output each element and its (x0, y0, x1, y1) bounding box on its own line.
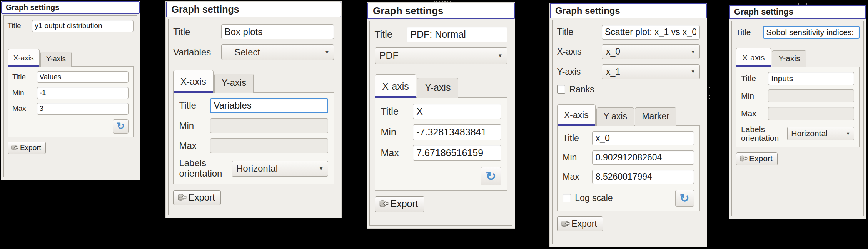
graph-title-input[interactable] (602, 25, 700, 39)
refresh-axis-button[interactable]: ↻ (113, 119, 129, 134)
log-scale-checkbox[interactable] (563, 194, 571, 202)
panel-header: Graph settings (367, 3, 515, 19)
chevron-down-icon: ▼ (691, 49, 695, 55)
axis-min-label: Min (563, 152, 592, 163)
tab-y-axis[interactable]: Y-axis (417, 78, 458, 98)
xaxis-variable-label: X-axis (557, 47, 602, 57)
graph-title-input[interactable] (407, 27, 507, 42)
refresh-axis-button[interactable]: ↻ (675, 190, 694, 207)
labels-orientation-dropdown[interactable]: Horizontal ▼ (787, 127, 854, 140)
export-button[interactable]: Export (736, 152, 778, 165)
axis-tabs: X-axis Y-axis (736, 48, 860, 67)
axis-min-row: Min (741, 89, 854, 102)
refresh-icon: ↻ (486, 170, 496, 183)
axis-max-row: Max (12, 103, 129, 115)
export-button[interactable]: Export (8, 142, 46, 154)
axis-max-input-disabled (768, 107, 854, 120)
pane-resize-handle[interactable] (792, 3, 808, 5)
graph-title-label: Title (736, 28, 763, 37)
axis-min-label: Min (12, 89, 37, 97)
graph-settings-panel-sobol: Graph settings Title X-axis Y-axis Title… (729, 5, 866, 219)
variables-dropdown[interactable]: -- Select -- ▼ (221, 44, 334, 60)
graph-settings-panel-histogram: Graph settings Title X-axis Y-axis Title… (1, 1, 140, 180)
graph-title-input[interactable] (32, 20, 133, 32)
axis-min-input[interactable] (37, 87, 129, 99)
xaxis-variable-value: x_0 (606, 47, 691, 57)
tab-y-axis[interactable]: Y-axis (40, 52, 72, 67)
labels-orientation-dropdown[interactable]: Horizontal ▼ (232, 161, 328, 177)
tab-x-axis[interactable]: X-axis (557, 104, 596, 126)
graph-settings-panel-pdf: Graph settings Title PDF ▼ X-axis Y-axis… (367, 2, 515, 229)
axis-title-input[interactable] (592, 131, 694, 145)
axis-title-input[interactable] (413, 104, 501, 119)
axis-title-label: Title (381, 106, 413, 117)
panel-header: Graph settings (1, 1, 140, 14)
tab-x-axis[interactable]: X-axis (8, 49, 40, 67)
axis-title-input[interactable] (768, 72, 854, 85)
tab-x-axis[interactable]: X-axis (375, 74, 417, 98)
pane-resize-handle[interactable] (433, 0, 451, 2)
axis-min-input-disabled (210, 118, 328, 133)
ranks-checkbox[interactable] (557, 85, 566, 94)
refresh-row: ↻ (381, 167, 501, 185)
axis-max-label: Max (381, 147, 413, 159)
tab-marker[interactable]: Marker (635, 107, 676, 126)
export-button[interactable]: Export (173, 190, 221, 206)
axis-title-row: Title (179, 98, 328, 113)
axis-min-row: Min (12, 87, 129, 99)
graph-settings-panel-boxplots: Graph settings Title Variables -- Select… (165, 1, 342, 218)
axis-max-label: Max (741, 109, 768, 118)
tab-x-axis[interactable]: X-axis (173, 70, 214, 92)
axis-title-label: Title (179, 100, 210, 111)
axis-min-row: Min (381, 124, 501, 140)
panel-header: Graph settings (550, 3, 707, 18)
labels-orientation-label: Labels orientation (179, 158, 232, 179)
yaxis-variable-row: Y-axis x_1 ▼ (557, 64, 700, 79)
axis-max-input[interactable] (413, 145, 501, 161)
graph-title-input-focused[interactable] (763, 26, 860, 39)
axis-min-label: Min (381, 127, 413, 138)
axis-title-input[interactable] (37, 71, 129, 83)
chevron-down-icon: ▼ (691, 69, 695, 74)
refresh-axis-button[interactable]: ↻ (481, 167, 501, 185)
axis-title-input-focused[interactable] (210, 98, 328, 113)
tab-y-axis[interactable]: Y-axis (596, 107, 634, 126)
pane-resize-handle[interactable] (708, 86, 710, 105)
labels-orientation-label: Labels orientation (741, 125, 787, 143)
axis-min-row: Min (563, 150, 694, 165)
refresh-icon: ↻ (680, 192, 689, 204)
axis-settings-box: Title Min Max ↻ (375, 97, 507, 191)
axis-max-input-disabled (210, 138, 328, 153)
export-button[interactable]: Export (557, 216, 603, 231)
export-database-icon (11, 144, 18, 152)
graph-settings-panel-scatter: Graph settings Title X-axis x_0 ▼ Y-axis… (549, 3, 707, 247)
axis-tabs: X-axis Y-axis (8, 49, 134, 67)
xaxis-variable-dropdown[interactable]: x_0 ▼ (602, 44, 700, 59)
yaxis-variable-dropdown[interactable]: x_1 ▼ (602, 64, 700, 79)
refresh-icon: ↻ (117, 122, 125, 131)
tab-x-axis[interactable]: X-axis (736, 48, 771, 67)
export-button-label: Export (391, 198, 418, 209)
axis-title-label: Title (563, 133, 592, 144)
axis-settings-box: Title Min Max ↻ (8, 66, 134, 137)
chevron-down-icon: ▼ (497, 53, 502, 58)
chevron-down-icon: ▼ (319, 166, 323, 171)
plot-type-dropdown[interactable]: PDF ▼ (375, 47, 507, 64)
axis-min-row: Min (179, 118, 328, 133)
axis-tabs: X-axis Y-axis (173, 70, 334, 92)
graph-title-row: Title (173, 24, 334, 39)
tab-y-axis[interactable]: Y-axis (772, 50, 806, 67)
export-button[interactable]: Export (375, 196, 424, 212)
panel-body: Title X-axis x_0 ▼ Y-axis x_1 ▼ Ranks X-… (552, 20, 704, 244)
graph-title-input[interactable] (221, 24, 334, 39)
axis-max-label: Max (179, 140, 210, 151)
axis-max-input[interactable] (37, 103, 129, 115)
axis-min-input[interactable] (592, 150, 694, 165)
axis-min-input[interactable] (413, 124, 501, 140)
axis-max-input[interactable] (592, 170, 694, 184)
axis-title-row: Title (741, 72, 854, 85)
axis-tabs: X-axis Y-axis Marker (557, 104, 700, 126)
log-scale-label: Log scale (575, 193, 613, 203)
xaxis-variable-row: X-axis x_0 ▼ (557, 44, 700, 59)
tab-y-axis[interactable]: Y-axis (214, 74, 254, 93)
